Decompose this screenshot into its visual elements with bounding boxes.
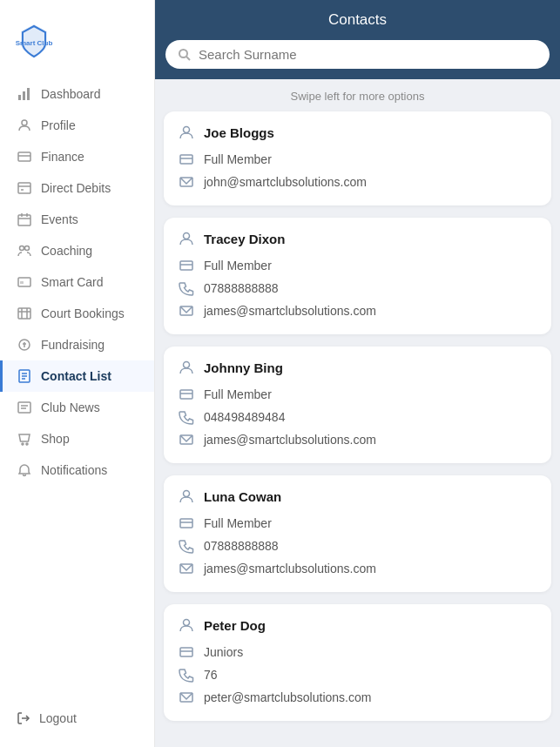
svg-point-31 — [26, 443, 28, 445]
person-icon — [178, 124, 195, 141]
contact-phone: 048498489484 — [178, 406, 537, 428]
contact-email: james@smartclubsolutions.com — [178, 557, 537, 580]
logout-label: Logout — [39, 711, 77, 725]
sidebar-item-profile[interactable]: Profile — [0, 110, 154, 141]
svg-point-30 — [22, 443, 24, 445]
sidebar-item-contact-list[interactable]: Contact List — [0, 360, 154, 392]
svg-rect-27 — [18, 402, 30, 413]
membership-icon — [178, 386, 195, 403]
events-icon — [17, 212, 32, 227]
sidebar-item-fundraising[interactable]: Fundraising — [0, 329, 154, 360]
phone-icon — [178, 537, 195, 555]
sidebar-item-club-news-label: Club News — [41, 400, 100, 414]
contact-card[interactable]: Johnny Bing Full Member 048498489484 jam… — [164, 347, 551, 463]
sidebar-item-smart-card-label: Smart Card — [41, 275, 104, 289]
sidebar: Smart Club Dashboard Profile Finance Dir… — [0, 0, 155, 747]
email-icon — [178, 689, 195, 706]
sidebar-item-club-news[interactable]: Club News — [0, 392, 154, 423]
contacts-area: Swipe left for more options Joe Bloggs F… — [155, 79, 560, 747]
svg-rect-10 — [18, 215, 30, 225]
contact-email: james@smartclubsolutions.com — [178, 299, 537, 322]
sidebar-item-notifications-label: Notifications — [41, 463, 107, 477]
sidebar-item-dashboard[interactable]: Dashboard — [0, 78, 154, 110]
contact-name: Tracey Dixon — [204, 232, 285, 246]
sidebar-item-coaching[interactable]: Coaching — [0, 235, 154, 266]
contact-phone: 07888888888 — [178, 535, 537, 557]
sidebar-item-shop[interactable]: Shop — [0, 423, 154, 454]
profile-icon — [17, 118, 32, 133]
email-icon — [178, 173, 195, 191]
logo-icon: Smart Club — [14, 21, 54, 61]
sidebar-item-coaching-label: Coaching — [41, 244, 92, 258]
svg-rect-48 — [180, 519, 192, 528]
contact-card[interactable]: Peter Dog Juniors 76 peter@smartclubsolu… — [164, 604, 551, 721]
logo-area: Smart Club — [0, 14, 154, 78]
sidebar-item-contact-list-label: Contact List — [41, 369, 111, 383]
coaching-icon — [17, 243, 32, 259]
contact-membership: Full Member — [178, 383, 537, 406]
contact-email: john@smartclubsolutions.com — [178, 171, 537, 193]
email-icon — [178, 560, 195, 577]
svg-rect-40 — [180, 261, 192, 270]
svg-rect-18 — [18, 308, 30, 319]
sidebar-item-finance[interactable]: Finance — [0, 141, 154, 172]
membership-icon — [178, 515, 195, 532]
svg-rect-36 — [180, 155, 192, 164]
direct-debits-icon — [17, 180, 32, 196]
svg-rect-7 — [18, 183, 30, 193]
sidebar-item-direct-debits[interactable]: Direct Debits — [0, 172, 154, 204]
notifications-icon — [17, 462, 32, 478]
svg-point-47 — [184, 491, 190, 497]
club-news-icon — [17, 400, 32, 415]
search-bar — [165, 40, 550, 69]
svg-point-15 — [25, 246, 30, 251]
contact-name: Peter Dog — [204, 618, 266, 633]
sidebar-item-events[interactable]: Events — [0, 204, 154, 235]
contact-list-icon — [17, 368, 32, 384]
sidebar-item-court-bookings[interactable]: Court Bookings — [0, 298, 154, 329]
person-icon — [178, 616, 195, 634]
sidebar-item-notifications[interactable]: Notifications — [0, 454, 154, 486]
contact-name: Johnny Bing — [204, 360, 283, 375]
sidebar-item-court-bookings-label: Court Bookings — [41, 306, 125, 320]
contact-name: Joe Bloggs — [204, 125, 274, 140]
search-bar-wrap — [155, 40, 560, 79]
svg-point-51 — [184, 620, 190, 626]
contact-email: james@smartclubsolutions.com — [178, 428, 537, 451]
contact-card[interactable]: Tracey Dixon Full Member 07888888888 jam… — [164, 218, 551, 334]
email-icon — [178, 302, 195, 320]
svg-text:Smart Club: Smart Club — [16, 39, 53, 47]
svg-point-35 — [184, 127, 190, 133]
phone-icon — [178, 408, 195, 426]
email-icon — [178, 431, 195, 448]
contact-membership: Full Member — [178, 254, 537, 277]
svg-point-43 — [184, 362, 190, 368]
contact-email: peter@smartclubsolutions.com — [178, 686, 537, 709]
svg-point-39 — [184, 233, 190, 239]
sidebar-item-dashboard-label: Dashboard — [41, 87, 101, 101]
sidebar-item-smart-card[interactable]: Smart Card — [0, 266, 154, 298]
contact-membership: Juniors — [178, 641, 537, 663]
search-input[interactable] — [199, 47, 537, 62]
contact-membership: Full Member — [178, 512, 537, 535]
sidebar-item-events-label: Events — [41, 212, 78, 226]
svg-rect-5 — [18, 152, 30, 161]
logout-button[interactable]: Logout — [0, 703, 154, 733]
membership-icon — [178, 151, 195, 168]
person-icon — [178, 359, 195, 376]
membership-icon — [178, 643, 195, 661]
page-title: Contacts — [155, 0, 560, 40]
sidebar-item-profile-label: Profile — [41, 118, 76, 132]
svg-line-34 — [186, 57, 190, 60]
contact-card[interactable]: Luna Cowan Full Member 07888888888 james… — [164, 475, 551, 592]
svg-point-4 — [22, 120, 27, 125]
person-icon — [178, 488, 195, 505]
svg-rect-1 — [18, 95, 21, 100]
fundraising-icon — [17, 337, 32, 353]
contact-card[interactable]: Joe Bloggs Full Member john@smartclubsol… — [164, 111, 551, 205]
swipe-hint: Swipe left for more options — [164, 90, 551, 103]
phone-icon — [178, 279, 195, 297]
svg-rect-3 — [27, 88, 30, 100]
contact-phone: 76 — [178, 663, 537, 686]
svg-rect-2 — [23, 91, 25, 100]
